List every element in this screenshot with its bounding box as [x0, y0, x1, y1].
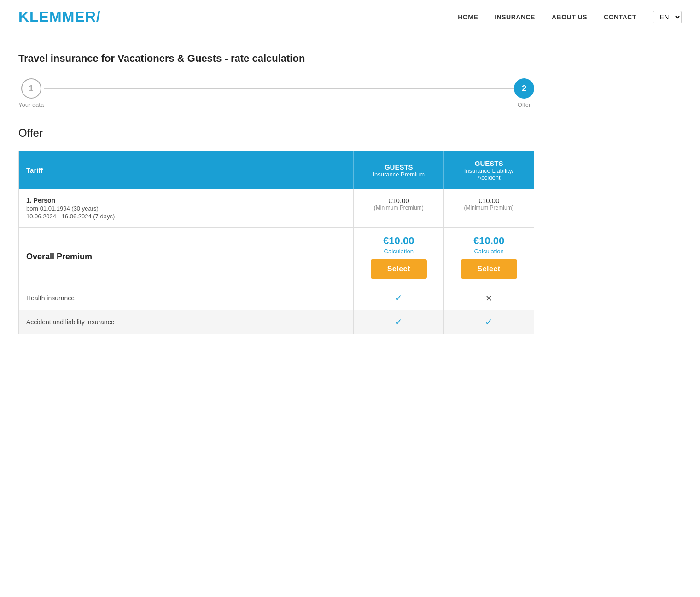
table-row-overall: Overall Premium €10.00 Calculation Selec… [19, 228, 534, 287]
col-tariff-header: Tariff [19, 151, 354, 190]
feature-accident-plan1-icon: ✓ [354, 310, 444, 334]
header: KLEMMER/ HOME INSURANCE ABOUT US CONTACT… [0, 0, 700, 34]
step-1-label: Your data [18, 101, 44, 108]
feature-row-accident: Accident and liability insurance ✓ ✓ [19, 310, 534, 334]
checkmark-icon: ✓ [485, 317, 493, 327]
logo[interactable]: KLEMMER/ [18, 8, 101, 25]
checkmark-icon: ✓ [395, 317, 402, 327]
logo-text: KLEMMER [18, 8, 96, 25]
feature-health-plan1-icon: ✓ [354, 286, 444, 310]
feature-health-label: Health insurance [19, 286, 354, 310]
page-title: Travel insurance for Vacationers & Guest… [18, 53, 534, 64]
overall-plan1: €10.00 Calculation Select [354, 228, 444, 287]
table-header-row: Tariff GUESTS Insurance Premium GUESTS I… [19, 151, 534, 190]
language-selector[interactable]: EN DE FR [653, 11, 682, 23]
checkmark-icon: ✓ [395, 293, 402, 303]
step-2: 2 Offer [514, 78, 534, 108]
nav-contact[interactable]: CONTACT [604, 13, 636, 21]
nav-home[interactable]: HOME [458, 13, 478, 21]
feature-accident-plan2-icon: ✓ [444, 310, 534, 334]
col-plan2-header: GUESTS Insurance Liability/ Accident [444, 151, 534, 190]
feature-row-health: Health insurance ✓ ✕ [19, 286, 534, 310]
cross-icon: ✕ [485, 294, 492, 303]
select-plan1-button[interactable]: Select [371, 259, 427, 279]
table-row-person: 1. Person born 01.01.1994 (30 years) 10.… [19, 189, 534, 228]
step-2-number: 2 [522, 84, 526, 94]
step-1-number: 1 [29, 84, 34, 94]
person-plan1-price: €10.00 (Minimum Premium) [354, 189, 444, 228]
step-line [44, 88, 514, 89]
navigation: HOME INSURANCE ABOUT US CONTACT EN DE FR [458, 11, 682, 23]
nav-about[interactable]: ABOUT US [552, 13, 587, 21]
person-plan2-price: €10.00 (Minimum Premium) [444, 189, 534, 228]
step-2-circle: 2 [514, 78, 534, 99]
nav-insurance[interactable]: INSURANCE [495, 13, 535, 21]
person-info: 1. Person born 01.01.1994 (30 years) 10.… [19, 189, 354, 228]
feature-health-plan2-icon: ✕ [444, 286, 534, 310]
overall-plan2: €10.00 Calculation Select [444, 228, 534, 287]
step-1: 1 Your data [18, 78, 44, 108]
stepper: 1 Your data 2 Offer [18, 78, 534, 108]
feature-accident-label: Accident and liability insurance [19, 310, 354, 334]
col-plan1-header: GUESTS Insurance Premium [354, 151, 444, 190]
select-plan2-button[interactable]: Select [461, 259, 517, 279]
tariff-table: Tariff GUESTS Insurance Premium GUESTS I… [18, 151, 534, 334]
main-content: Travel insurance for Vacationers & Guest… [0, 34, 553, 362]
step-2-label: Offer [518, 101, 531, 108]
offer-heading: Offer [18, 127, 534, 140]
logo-slash: / [96, 8, 101, 25]
step-1-circle: 1 [21, 78, 41, 99]
